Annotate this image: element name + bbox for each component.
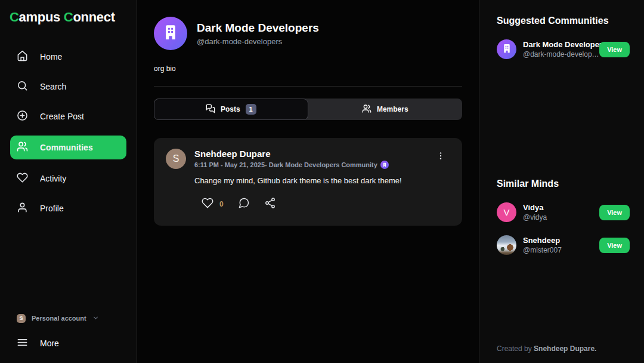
suggested-community-row: Dark Mode Developers @dark-mode-develope… [497,39,630,59]
sidebar-item-profile[interactable]: Profile [0,198,137,219]
more-label: More [40,339,59,348]
like-count: 0 [219,200,224,208]
post-timestamp: 6:11 PM - May 21, 2025- Dark Mode Develo… [194,161,377,168]
app-window: Campus Connect Home Search Create Post [0,0,644,363]
sidebar-item-search[interactable]: Search [0,76,137,97]
view-user-button[interactable]: View [599,238,630,253]
similar-user-name[interactable]: Vidya [523,203,599,212]
post-author-block: Snehdeep Dupare 6:11 PM - May 21, 2025- … [194,149,389,169]
similar-user-row: Snehdeep @mister007 View [497,235,630,255]
post-author-avatar[interactable]: S [166,149,186,169]
sidebar-item-label: Create Post [40,112,84,121]
home-icon [17,50,28,63]
community-bio: org bio [154,64,462,73]
main-content: Dark Mode Developers @dark-mode-develope… [137,0,479,363]
users-icon [17,141,28,154]
comment-button[interactable] [238,197,250,211]
personal-account-switcher[interactable]: S Personal account [0,313,137,324]
sidebar-item-label: Search [40,82,66,91]
building-icon [501,43,512,56]
post-header: S Snehdeep Dupare 6:11 PM - May 21, 2025… [166,149,450,169]
account-avatar: S [17,314,26,323]
creator-name: Snehdeep Dupare. [534,344,596,353]
community-header: Dark Mode Developers @dark-mode-develope… [154,17,462,50]
sidebar-item-more[interactable]: More [0,337,137,350]
post-card: S Snehdeep Dupare 6:11 PM - May 21, 2025… [154,138,462,226]
sidebar-nav: Home Search Create Post Communities [0,42,137,223]
share-button[interactable] [264,197,276,211]
sidebar-item-label: Home [40,52,62,61]
tab-bar: Posts 1 Members [154,99,462,120]
post-content: Change my mind, Github dark theme is the… [194,176,450,185]
created-by-footer: Created by Snehdeep Dupare. [497,344,596,353]
tab-members-label: Members [377,105,408,113]
tab-members[interactable]: Members [308,99,463,120]
community-handle: @dark-mode-developers [197,37,319,46]
similar-user-info: Snehdeep @mister007 [523,236,599,254]
left-sidebar: Campus Connect Home Search Create Post [0,0,137,363]
tab-posts[interactable]: Posts 1 [154,99,308,120]
account-label: Personal account [32,315,86,322]
vidya-avatar[interactable]: V [497,202,516,222]
similar-user-name[interactable]: Snehdeep [523,236,599,245]
community-badge-icon [380,161,389,169]
like-button[interactable]: 0 [202,197,224,211]
similar-user-handle: @vidya [523,213,599,222]
similar-user-info: Vidya @vidya [523,203,599,222]
share-icon [264,197,276,211]
post-author-name[interactable]: Snehdeep Dupare [194,149,389,159]
suggested-community-name[interactable]: Dark Mode Developers [523,40,599,49]
right-sidebar: Suggested Communities Dark Mode Develope… [479,0,644,363]
chevron-down-icon [92,313,99,324]
users-icon [362,104,371,115]
sidebar-item-communities[interactable]: Communities [10,136,126,159]
suggested-community-handle: @dark-mode-developers [523,50,599,59]
messages-icon [206,104,215,115]
similar-minds-title: Similar Minds [497,179,630,189]
snehdeep-avatar[interactable] [497,235,516,255]
suggested-community-info: Dark Mode Developers @dark-mode-develope… [523,40,599,59]
tab-posts-label: Posts [221,105,240,113]
sidebar-bottom: S Personal account More [0,313,137,363]
sidebar-item-activity[interactable]: Activity [0,168,137,189]
view-community-button[interactable]: View [599,42,630,57]
heart-icon [202,197,213,211]
menu-icon [17,337,28,350]
app-logo: Campus Connect [0,0,137,25]
similar-user-handle: @mister007 [523,246,599,254]
search-icon [17,80,28,93]
community-avatar [154,17,187,50]
community-name: Dark Mode Developers [197,21,319,35]
heart-icon [17,172,28,185]
sidebar-item-create-post[interactable]: Create Post [0,106,137,127]
post-actions: 0 [202,197,450,211]
user-icon [17,202,28,215]
posts-count-badge: 1 [246,104,256,115]
sidebar-item-home[interactable]: Home [0,46,137,67]
view-user-button[interactable]: View [599,205,630,220]
building-icon [162,23,179,44]
sidebar-item-label: Activity [40,174,66,183]
post-meta-row: 6:11 PM - May 21, 2025- Dark Mode Develo… [194,161,389,169]
header-divider [154,86,462,87]
sidebar-item-label: Profile [40,204,64,213]
sidebar-item-label: Communities [40,143,93,152]
post-menu-button[interactable] [436,151,445,163]
suggested-community-avatar[interactable] [497,39,516,59]
suggested-communities-title: Suggested Communities [497,16,630,26]
plus-circle-icon [17,110,28,123]
comment-icon [238,197,250,211]
similar-user-row: V Vidya @vidya View [497,202,630,222]
community-header-text: Dark Mode Developers @dark-mode-develope… [197,21,319,46]
